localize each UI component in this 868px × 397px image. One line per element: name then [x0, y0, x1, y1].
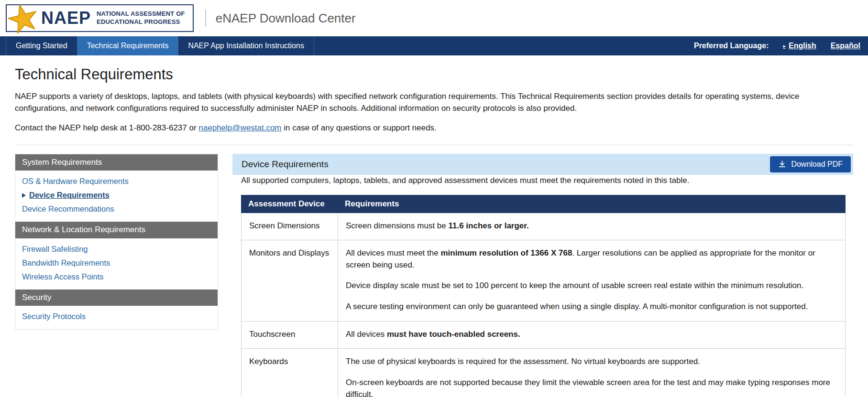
table-row-screen-dimensions: Screen Dimensions Screen dimensions must…	[242, 213, 846, 240]
language-link-espanol[interactable]: Español	[831, 42, 860, 50]
header-divider	[205, 10, 206, 27]
requirements-sidebar: System Requirements OS & Hardware Requir…	[15, 154, 218, 330]
tab-technical-requirements[interactable]: Technical Requirements	[77, 36, 179, 55]
app-title: eNAEP Download Center	[216, 11, 356, 26]
page-intro: NAEP supports a variety of desktops, lap…	[15, 91, 853, 114]
sidebar-item-device-requirements[interactable]: Device Requirements	[15, 188, 218, 202]
requirements-cell: All devices must meet the minimum resolu…	[338, 240, 846, 322]
help-desk-email-link[interactable]: naephelp@westat.com	[198, 123, 281, 132]
sidebar-header-system-requirements: System Requirements	[15, 154, 218, 171]
table-row-monitors-displays: Monitors and Displays All devices must m…	[242, 240, 846, 322]
site-header: NAEP NATIONAL ASSESSMENT OF EDUCATIONAL …	[0, 0, 868, 36]
device-cell: Touchscreen	[242, 321, 338, 349]
language-switcher: Preferred Language: ▸ English Español	[694, 36, 868, 55]
naep-tagline: NATIONAL ASSESSMENT OF EDUCATIONAL PROGR…	[97, 10, 185, 26]
language-link-english[interactable]: ▸ English	[783, 42, 816, 50]
sidebar-header-network-location: Network & Location Requirements	[15, 222, 218, 238]
device-cell: Monitors and Displays	[242, 240, 338, 322]
naep-star-icon	[5, 0, 41, 36]
requirements-cell: The use of physical keyboards is require…	[338, 349, 846, 397]
sidebar-item-firewall-safelisting[interactable]: Firewall Safelisting	[15, 242, 218, 256]
table-row-keyboards: Keyboards The use of physical keyboards …	[242, 349, 846, 397]
requirements-cell: All devices must have touch-enabled scre…	[338, 321, 846, 349]
sidebar-item-bandwidth-requirements[interactable]: Bandwidth Requirements	[15, 256, 218, 270]
panel-title: Device Requirements	[242, 159, 329, 170]
tab-naep-app-installation[interactable]: NAEP App Installation Instructions	[178, 36, 314, 55]
column-header-assessment-device: Assessment Device	[242, 195, 338, 213]
column-header-requirements: Requirements	[338, 195, 846, 213]
page-title: Technical Requirements	[15, 66, 853, 83]
download-icon	[778, 160, 786, 168]
download-pdf-button[interactable]: Download PDF	[770, 156, 851, 172]
section-divider	[15, 145, 853, 145]
preferred-language-label: Preferred Language:	[694, 42, 769, 50]
table-row-touchscreen: Touchscreen All devices must have touch-…	[242, 321, 846, 349]
table-header-row: Assessment Device Requirements	[242, 195, 846, 213]
sidebar-item-wireless-access-points[interactable]: Wireless Access Points	[15, 270, 218, 284]
table-intro: All supported computers, laptops, tablet…	[241, 175, 846, 187]
sidebar-header-security: Security	[15, 290, 218, 306]
panel-header: Device Requirements Download PDF	[232, 154, 853, 175]
page-content: Technical Requirements NAEP supports a v…	[0, 66, 868, 397]
tab-getting-started[interactable]: Getting Started	[6, 36, 77, 55]
naep-wordmark: NAEP	[41, 10, 91, 27]
active-item-marker-icon	[22, 193, 26, 198]
requirements-cell: Screen dimensions must be 11.6 inches or…	[338, 213, 846, 240]
contact-line: Contact the NAEP help desk at 1-800-283-…	[15, 122, 853, 134]
naep-logo: NAEP NATIONAL ASSESSMENT OF EDUCATIONAL …	[6, 4, 194, 32]
device-cell: Screen Dimensions	[242, 213, 338, 240]
sidebar-item-device-recommendations[interactable]: Device Recommendations	[15, 202, 218, 216]
active-language-arrow-icon: ▸	[783, 43, 786, 49]
sidebar-item-os-hardware-requirements[interactable]: OS & Hardware Requirements	[15, 174, 218, 188]
sidebar-item-security-protocols[interactable]: Security Protocols	[15, 310, 218, 323]
requirements-table: Assessment Device Requirements Screen Di…	[241, 195, 846, 397]
device-requirements-panel: Device Requirements Download PDF All sup…	[232, 154, 853, 397]
device-cell: Keyboards	[242, 349, 338, 397]
main-nav: Getting Started Technical Requirements N…	[0, 36, 868, 55]
